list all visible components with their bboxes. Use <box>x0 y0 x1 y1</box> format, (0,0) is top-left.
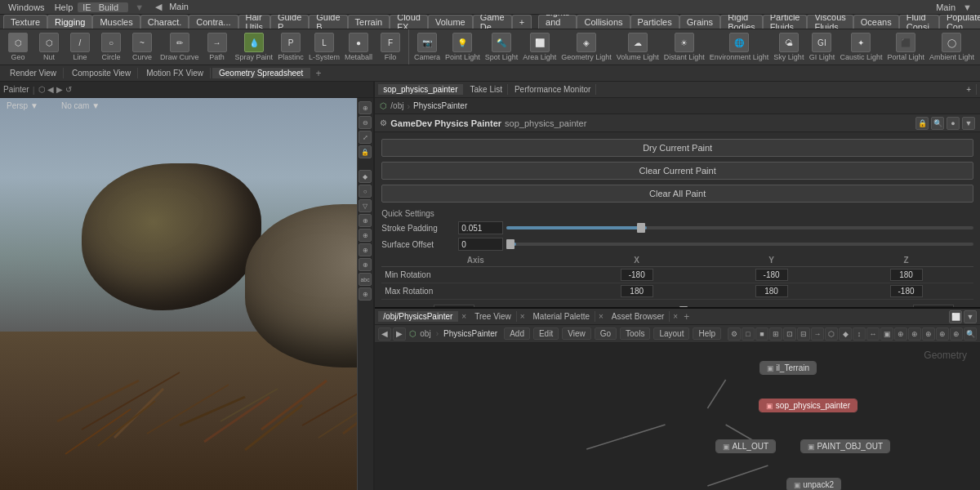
tool-point-light[interactable]: 💡 Point Light <box>443 32 482 62</box>
tool-geometry-light[interactable]: ◈ Geometry Light <box>559 32 613 62</box>
rp-tab-perf-monitor[interactable]: Performance Monitor <box>510 84 596 95</box>
tool-lsystem[interactable]: L L-System <box>307 32 341 62</box>
vtab-motion[interactable]: Motion FX View <box>140 68 211 78</box>
pp-icon-search[interactable]: 🔍 <box>931 117 944 130</box>
tree-icon-3[interactable]: ■ <box>755 327 768 341</box>
stroke-padding-slider[interactable] <box>506 226 973 229</box>
surface-offset-handle[interactable] <box>506 239 514 249</box>
nav-fwd-btn[interactable]: ▶ <box>393 327 406 341</box>
btn-dry-paint[interactable]: Dry Current Paint <box>381 139 973 157</box>
tab-rigging[interactable]: Rigging <box>47 15 92 29</box>
menu-build[interactable]: IE Build <box>78 2 128 12</box>
menu-main2[interactable]: Main ▼ <box>926 2 977 12</box>
vp-side-btn-9[interactable]: ⊕ <box>359 243 372 256</box>
pp-icon-menu[interactable]: ▼ <box>962 117 975 130</box>
vp-side-btn-abc[interactable]: abc <box>359 273 372 286</box>
bt-tab-tree[interactable]: Tree View <box>470 311 516 322</box>
tree-layout-btn[interactable]: Layout <box>653 327 689 340</box>
menu-main[interactable]: ◀ Main <box>150 2 198 12</box>
btn-clear-paint[interactable]: Clear Current Paint <box>381 162 973 180</box>
tool-circle[interactable]: ○ Circle <box>96 32 126 62</box>
bt-close-1[interactable]: × <box>460 312 468 321</box>
tool-distant-light[interactable]: ☀ Distant Light <box>662 32 706 62</box>
vtab-add[interactable]: + <box>312 67 324 80</box>
bt-tab-obj[interactable]: /obj/PhysicsPainter <box>378 311 458 322</box>
tree-edit-btn[interactable]: Edit <box>533 327 559 340</box>
tab-add[interactable]: + <box>512 15 532 29</box>
stroke-padding-input[interactable] <box>458 221 503 234</box>
bt-close-3[interactable]: × <box>597 312 605 321</box>
tree-go-btn[interactable]: Go <box>595 327 617 340</box>
tab-guide-b[interactable]: Guide B. <box>309 15 347 29</box>
tool-ambient-light[interactable]: ◯ Ambient Light <box>928 32 976 62</box>
node-terrain[interactable]: ▣ il_Terrain <box>760 361 817 375</box>
tool-path[interactable]: → Path <box>203 32 232 62</box>
tab-collisions[interactable]: Collisions <box>577 15 630 29</box>
tree-icon-10[interactable]: ↕ <box>853 327 866 341</box>
persp-btn[interactable]: Persp ▼ <box>7 101 38 110</box>
surface-offset-slider[interactable] <box>506 243 973 246</box>
tab-cloudfx[interactable]: Cloud FX <box>390 15 428 29</box>
tree-icon-4[interactable]: ⊞ <box>769 327 782 341</box>
tree-help-btn[interactable]: Help <box>693 327 721 340</box>
tool-gi-light[interactable]: GI GI Light <box>807 32 836 62</box>
tree-icon-11[interactable]: ↔ <box>866 327 880 341</box>
tab-texture[interactable]: Texture <box>3 15 47 29</box>
bt-close-4[interactable]: × <box>671 312 679 321</box>
btn-clear-all[interactable]: Clear All Paint <box>381 185 973 203</box>
nav-back-btn[interactable]: ◀ <box>378 327 391 341</box>
tab-grains[interactable]: Grains <box>679 15 720 29</box>
bt-tab-asset[interactable]: Asset Browser <box>607 311 670 322</box>
tool-nut[interactable]: ⬡ Nut <box>34 32 64 62</box>
tool-metaball[interactable]: ● Metaball <box>343 32 374 62</box>
tab-gamede[interactable]: Game De. <box>473 15 512 29</box>
tree-icon-7[interactable]: → <box>811 327 824 341</box>
tab-viscous[interactable]: Viscous Fluids <box>807 15 853 29</box>
vp-side-btn-last[interactable]: ⊕ <box>359 287 372 301</box>
node-painter[interactable]: ▣ sop_physics_painter <box>759 399 858 412</box>
vtab-geometry[interactable]: Geometry Spreadsheet <box>212 68 310 78</box>
tab-muscles[interactable]: Muscles <box>92 15 140 29</box>
tool-filo[interactable]: F Filo <box>376 32 405 62</box>
tree-icon-14[interactable]: ⊕ <box>908 327 921 341</box>
tree-icon-9[interactable]: ◆ <box>839 327 852 341</box>
tool-portal-light[interactable]: ⬛ Portal Light <box>885 32 926 62</box>
tool-sky-light[interactable]: 🌤 Sky Light <box>772 32 805 62</box>
tree-icon-12[interactable]: ▣ <box>880 327 893 341</box>
bt-icon-2[interactable]: ▼ <box>964 310 977 323</box>
tool-curve[interactable]: ~ Curve <box>127 32 157 62</box>
menu-windows[interactable]: Windows <box>3 2 50 12</box>
tool-geo[interactable]: ⬡ Geo <box>3 32 33 62</box>
surface-offset-input[interactable] <box>458 238 503 251</box>
rp-tab-painter[interactable]: sop_physics_painter <box>378 84 463 95</box>
tool-plastinc[interactable]: P Plastinc <box>276 32 305 62</box>
tool-draw-curve[interactable]: ✏ Draw Curve <box>158 32 201 62</box>
vp-side-btn-6[interactable]: ▽ <box>359 199 372 212</box>
tree-view-btn[interactable]: View <box>562 327 591 340</box>
tab-volume[interactable]: Volume <box>428 15 473 29</box>
vp-side-btn-3[interactable]: ⤢ <box>359 131 372 144</box>
tab-particles[interactable]: Particles <box>630 15 679 29</box>
tool-line[interactable]: / Line <box>65 32 95 62</box>
tree-icon-16[interactable]: ⊕ <box>936 327 949 341</box>
tool-volume-light[interactable]: ☁ Volume Light <box>615 32 661 62</box>
bt-tab-material[interactable]: Material Palette <box>528 311 595 322</box>
scale-slider-handle[interactable] <box>679 306 688 307</box>
tool-env-light[interactable]: 🌐 Environment Light <box>708 32 771 62</box>
tree-icon-5[interactable]: ⊡ <box>783 327 796 341</box>
tab-contra[interactable]: Contra... <box>189 15 238 29</box>
node-paint-out[interactable]: ▣ PAINT_OBJ_OUT <box>800 439 890 453</box>
vp-side-btn-1[interactable]: ⊕ <box>359 101 372 114</box>
tab-fluid[interactable]: Fluid Consi. <box>899 15 939 29</box>
node-unpack[interactable]: ▣ unpack2 <box>786 478 841 490</box>
vp-side-btn-5[interactable]: ○ <box>359 185 372 198</box>
tab-guide-p[interactable]: Guide P. <box>270 15 309 29</box>
menu-help[interactable]: Help <box>50 2 78 12</box>
tree-icon-search[interactable]: 🔍 <box>964 327 977 341</box>
node-all-out[interactable]: ▣ ALL_OUT <box>715 439 776 453</box>
tree-icon-15[interactable]: ⊕ <box>922 327 935 341</box>
rp-tab-add[interactable]: + <box>961 84 977 95</box>
tree-icon-1[interactable]: ⚙ <box>728 327 741 341</box>
tab-oceans[interactable]: Oceans <box>853 15 899 29</box>
tab-rigid[interactable]: Rigid Bodies <box>720 15 763 29</box>
